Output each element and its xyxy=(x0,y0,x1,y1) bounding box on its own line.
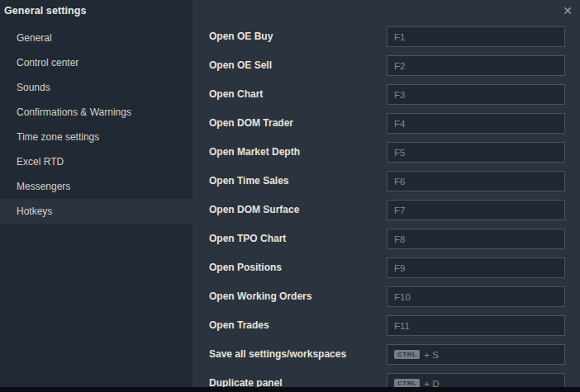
settings-sidebar: General settings General Control center … xyxy=(0,0,193,392)
sidebar-item-hotkeys[interactable]: Hotkeys xyxy=(0,199,193,224)
hotkey-label: Open Trades xyxy=(209,315,269,336)
sidebar-item-label: Sounds xyxy=(17,82,50,93)
hotkey-value: F3 xyxy=(394,90,405,100)
hotkey-input[interactable]: F5 xyxy=(387,142,565,163)
dialog-bottom-edge xyxy=(0,387,580,392)
hotkey-row-open-dom-surface: Open DOM Surface F7 xyxy=(193,200,580,220)
hotkeys-panel: Open OE Buy F1 Open OE Sell F2 Open Char… xyxy=(193,0,580,392)
hotkey-input[interactable]: F3 xyxy=(387,84,565,105)
hotkey-input[interactable]: F11 xyxy=(387,315,565,336)
hotkey-row-open-chart: Open Chart F3 xyxy=(193,84,580,105)
hotkey-input[interactable]: F10 xyxy=(387,286,565,307)
hotkey-value: F10 xyxy=(394,292,411,302)
sidebar-item-label: Excel RTD xyxy=(17,156,64,168)
hotkey-value: F8 xyxy=(394,234,405,244)
hotkey-row-save-all-settings-workspaces: Save all settings/workspaces CTRL + S xyxy=(193,344,580,365)
sidebar-item-control-center[interactable]: Control center xyxy=(0,50,193,75)
hotkey-input[interactable]: F1 xyxy=(387,26,565,47)
hotkey-input[interactable]: F4 xyxy=(387,113,565,134)
hotkey-value: F4 xyxy=(394,119,405,129)
sidebar-item-label: Control center xyxy=(17,57,78,68)
sidebar-item-time-zone-settings[interactable]: Time zone settings xyxy=(0,125,193,149)
hotkey-label: Open OE Sell xyxy=(209,55,272,76)
hotkey-row-open-working-orders: Open Working Orders F10 xyxy=(193,286,580,307)
sidebar-item-general[interactable]: General xyxy=(0,26,193,50)
sidebar-item-confirmations-warnings[interactable]: Confirmations & Warnings xyxy=(0,100,193,125)
hotkey-row-open-oe-buy: Open OE Buy F1 xyxy=(193,26,580,47)
hotkey-label: Open Market Depth xyxy=(209,142,300,163)
hotkey-input[interactable]: F2 xyxy=(387,55,565,76)
sidebar-item-messengers[interactable]: Messengers xyxy=(0,174,193,199)
hotkey-value: + S xyxy=(424,350,439,360)
sidebar-item-label: Time zone settings xyxy=(17,131,99,143)
hotkey-input[interactable]: F7 xyxy=(387,200,565,220)
hotkey-value: F6 xyxy=(394,177,405,187)
hotkey-input[interactable]: F8 xyxy=(387,229,565,249)
hotkey-row-open-positions: Open Positions F9 xyxy=(193,257,580,278)
hotkey-label: Save all settings/workspaces xyxy=(209,344,346,365)
sidebar-item-label: General xyxy=(17,32,52,44)
hotkey-label: Open Positions xyxy=(209,257,282,278)
hotkey-row-open-trades: Open Trades F11 xyxy=(193,315,580,336)
hotkey-row-open-market-depth: Open Market Depth F5 xyxy=(193,142,580,163)
hotkey-label: Open DOM Trader xyxy=(209,113,293,134)
hotkey-row-open-time-sales: Open Time Sales F6 xyxy=(193,171,580,191)
hotkey-value: F7 xyxy=(394,205,405,215)
hotkey-label: Open Chart xyxy=(209,84,263,105)
general-settings-dialog: General settings General Control center … xyxy=(0,0,580,392)
hotkey-row-open-oe-sell: Open OE Sell F2 xyxy=(193,55,580,76)
sidebar-item-label: Hotkeys xyxy=(17,205,52,217)
hotkey-label: Open DOM Surface xyxy=(209,200,299,220)
sidebar-item-excel-rtd[interactable]: Excel RTD xyxy=(0,149,193,174)
sidebar-item-sounds[interactable]: Sounds xyxy=(0,75,193,100)
hotkey-input[interactable]: CTRL + S xyxy=(387,344,565,365)
hotkey-input[interactable]: F9 xyxy=(387,257,565,278)
hotkey-label: Open OE Buy xyxy=(209,26,273,47)
hotkey-label: Open TPO Chart xyxy=(209,229,286,249)
hotkey-row-open-tpo-chart: Open TPO Chart F8 xyxy=(193,229,580,249)
hotkey-value: F5 xyxy=(394,148,405,158)
hotkey-value: F11 xyxy=(394,321,410,331)
dialog-title: General settings xyxy=(0,0,193,17)
ctrl-key-badge: CTRL xyxy=(394,350,420,359)
sidebar-item-label: Confirmations & Warnings xyxy=(17,106,131,118)
hotkey-label: Open Time Sales xyxy=(209,171,289,191)
hotkey-value: F2 xyxy=(394,61,405,71)
hotkey-value: F1 xyxy=(394,32,405,42)
hotkey-row-open-dom-trader: Open DOM Trader F4 xyxy=(193,113,580,134)
hotkey-input[interactable]: F6 xyxy=(387,171,565,191)
hotkey-value: F9 xyxy=(394,263,405,273)
settings-nav: General Control center Sounds Confirmati… xyxy=(0,26,193,224)
sidebar-item-label: Messengers xyxy=(17,181,70,192)
hotkey-label: Open Working Orders xyxy=(209,286,311,307)
